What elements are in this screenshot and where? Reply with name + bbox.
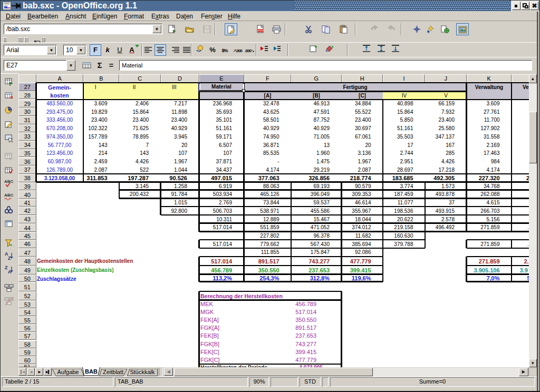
svg-text:A: A: [8, 269, 12, 275]
svg-text:ABC: ABC: [4, 179, 14, 184]
svg-text:ABC: ABC: [4, 193, 14, 198]
svg-text:PDF: PDF: [258, 29, 264, 32]
svg-text:Z: Z: [8, 256, 11, 261]
